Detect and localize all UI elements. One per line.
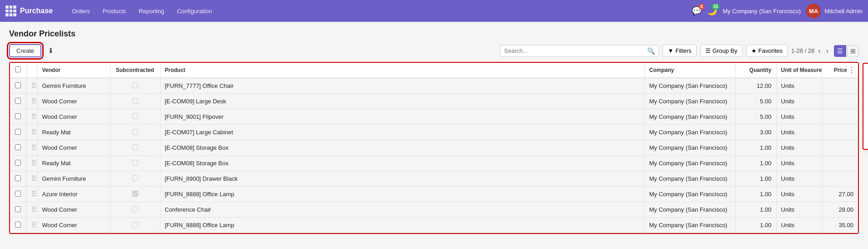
app-name: Purchase bbox=[20, 7, 53, 15]
product-cell: [E-COM08] Storage Box bbox=[160, 140, 644, 156]
row-drag-handle[interactable]: ⠿ bbox=[26, 109, 37, 125]
quantity-cell: 1.00 bbox=[735, 218, 776, 233]
prev-page-button[interactable]: ‹ bbox=[816, 46, 822, 56]
row-checkbox[interactable] bbox=[15, 98, 21, 104]
company-cell: My Company (San Francisco) bbox=[644, 78, 735, 94]
activity-notification[interactable]: 🌙35 bbox=[707, 6, 717, 16]
product-column-header[interactable]: Product bbox=[160, 63, 644, 78]
vendor-cell: Azure Interior bbox=[37, 187, 110, 202]
row-checkbox[interactable] bbox=[15, 175, 21, 181]
row-drag-handle[interactable]: ⠿ bbox=[26, 156, 37, 171]
row-drag-handle[interactable]: ⠿ bbox=[26, 218, 37, 233]
toolbar-right: 🔍 ▼ Filters ☰ Group By ★ Favorites 1-28 … bbox=[500, 45, 859, 57]
quantity-cell: 1.00 bbox=[735, 171, 776, 187]
row-drag-handle[interactable]: ⠿ bbox=[26, 94, 37, 109]
vendor-cell: Wood Corner bbox=[37, 202, 110, 218]
favorites-button[interactable]: ★ Favorites bbox=[746, 45, 788, 57]
subcontracted-cell bbox=[110, 109, 160, 125]
subcontracted-checkbox bbox=[132, 98, 138, 104]
row-drag-handle[interactable]: ⠿ bbox=[26, 140, 37, 156]
group-by-button[interactable]: ☰ Group By bbox=[700, 45, 743, 57]
uom-cell: Units bbox=[776, 109, 822, 125]
nav-right: 💬4 🌙35 My Company (San Francisco) MA Mit… bbox=[692, 4, 863, 18]
vendor-column-header[interactable]: Vendor bbox=[37, 63, 110, 78]
message-notification[interactable]: 💬4 bbox=[692, 6, 702, 16]
company-cell: My Company (San Francisco) bbox=[644, 202, 735, 218]
favorites-label: Favorites bbox=[758, 47, 783, 54]
price-cell: 28.00 bbox=[822, 202, 858, 218]
vendor-cell: Gemini Furniture bbox=[37, 171, 110, 187]
row-checkbox[interactable] bbox=[15, 222, 21, 228]
column-options-button[interactable]: ⋮ bbox=[847, 66, 856, 75]
user-name: Mitchell Admin bbox=[824, 8, 863, 15]
row-checkbox-cell bbox=[10, 140, 26, 156]
product-cell: Conference Chair bbox=[160, 202, 644, 218]
nav-configuration[interactable]: Configuration bbox=[170, 0, 218, 22]
company-column-header[interactable]: Company bbox=[644, 63, 735, 78]
product-cell: [FURN_9001] Flipover bbox=[160, 109, 644, 125]
table-row: ⠿ Wood Corner [E-COM09] Large Desk My Co… bbox=[10, 94, 858, 109]
quantity-cell: 1.00 bbox=[735, 156, 776, 171]
row-checkbox[interactable] bbox=[15, 113, 21, 119]
nav-products[interactable]: Products bbox=[96, 0, 132, 22]
row-drag-handle[interactable]: ⠿ bbox=[26, 125, 37, 140]
kanban-view-button[interactable]: ⊞ bbox=[847, 45, 859, 57]
next-page-button[interactable]: › bbox=[824, 46, 830, 56]
column-option-item[interactable]: Vendor Product Name bbox=[863, 89, 868, 101]
vendor-cell: Wood Corner bbox=[37, 109, 110, 125]
row-drag-handle[interactable]: ⠿ bbox=[26, 171, 37, 187]
product-cell: [FURN_8888] Office Lamp bbox=[160, 187, 644, 202]
table-row: ⠿ Azure Interior [FURN_8888] Office Lamp… bbox=[10, 187, 858, 202]
row-checkbox[interactable] bbox=[15, 191, 21, 197]
nav-reporting[interactable]: Reporting bbox=[132, 0, 170, 22]
filters-button[interactable]: ▼ Filters bbox=[663, 45, 696, 57]
price-cell bbox=[822, 171, 858, 187]
filter-icon: ▼ bbox=[668, 47, 673, 54]
column-option-item[interactable]: Product Variant bbox=[863, 66, 868, 78]
row-drag-handle[interactable]: ⠿ bbox=[26, 202, 37, 218]
subcontracted-column-header[interactable]: Subcontracted bbox=[110, 63, 160, 78]
export-button[interactable]: ⬇ bbox=[45, 45, 56, 57]
quantity-column-header[interactable]: Quantity bbox=[735, 63, 776, 78]
vendor-cell: Gemini Furniture bbox=[37, 78, 110, 94]
row-checkbox[interactable] bbox=[15, 82, 21, 88]
column-option-item[interactable]: Delivery Lead Time bbox=[863, 135, 868, 146]
nav-orders[interactable]: Orders bbox=[65, 0, 96, 22]
price-column-header[interactable]: Price ⋮ bbox=[822, 63, 858, 78]
subcontracted-cell bbox=[110, 78, 160, 94]
user-menu[interactable]: MA Mitchell Admin bbox=[806, 4, 863, 18]
subcontracted-checkbox bbox=[132, 82, 138, 88]
column-option-item[interactable]: End Date bbox=[863, 123, 868, 135]
row-checkbox-cell bbox=[10, 171, 26, 187]
list-view-button[interactable]: ☰ bbox=[834, 45, 846, 57]
row-checkbox[interactable] bbox=[15, 129, 21, 135]
product-cell: [E-COM09] Large Desk bbox=[160, 94, 644, 109]
row-checkbox[interactable] bbox=[15, 206, 21, 212]
row-drag-handle[interactable]: ⠿ bbox=[26, 78, 37, 94]
uom-cell: Units bbox=[776, 218, 822, 233]
create-button[interactable]: Create bbox=[9, 44, 41, 57]
product-cell: [E-COM08] Storage Box bbox=[160, 156, 644, 171]
product-cell: [FURN_7777] Office Chair bbox=[160, 78, 644, 94]
row-checkbox[interactable] bbox=[15, 160, 21, 166]
company-cell: My Company (San Francisco) bbox=[644, 125, 735, 140]
uom-column-header[interactable]: Unit of Measure bbox=[776, 63, 822, 78]
price-cell: 27.00 bbox=[822, 187, 858, 202]
column-option-item[interactable]: Agreement bbox=[863, 78, 868, 89]
column-options-dropdown: Product VariantAgreementVendor Product N… bbox=[863, 63, 868, 150]
price-cell bbox=[822, 125, 858, 140]
app-logo[interactable]: Purchase bbox=[5, 5, 62, 16]
user-avatar: MA bbox=[806, 4, 821, 18]
row-checkbox[interactable] bbox=[15, 144, 21, 150]
quantity-cell: 12.00 bbox=[735, 78, 776, 94]
row-drag-handle[interactable]: ⠿ bbox=[26, 187, 37, 202]
subcontracted-checkbox bbox=[132, 160, 138, 166]
page-title: Vendor Pricelists bbox=[9, 29, 859, 39]
subcontracted-cell bbox=[110, 125, 160, 140]
search-input[interactable] bbox=[504, 47, 647, 54]
column-option-item[interactable]: Vendor Product Code bbox=[863, 101, 868, 112]
select-all-checkbox[interactable] bbox=[15, 66, 21, 72]
select-all-header bbox=[10, 63, 26, 78]
star-icon: ★ bbox=[751, 47, 757, 54]
column-option-item[interactable]: Start Date bbox=[863, 112, 868, 123]
